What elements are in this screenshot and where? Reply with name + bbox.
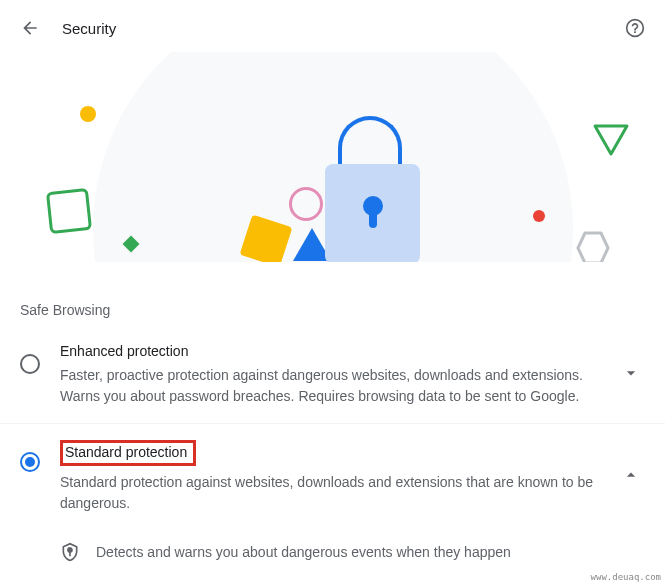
decoration-circle-icon <box>80 106 96 122</box>
section-heading: Safe Browsing <box>0 262 665 326</box>
option-enhanced-protection[interactable]: Enhanced protection Faster, proactive pr… <box>0 326 665 424</box>
option-title: Standard protection <box>60 440 196 466</box>
shield-icon <box>60 542 80 562</box>
detail-item: Detects and warns you about dangerous ev… <box>0 530 665 574</box>
svg-marker-3 <box>578 233 608 262</box>
watermark: www.deuaq.com <box>591 572 661 582</box>
option-description: Faster, proactive protection against dan… <box>60 365 609 407</box>
help-icon <box>625 18 645 38</box>
decoration-triangle-outline-icon <box>591 122 631 158</box>
collapse-button[interactable] <box>621 465 641 489</box>
decoration-ring-icon <box>289 187 323 221</box>
decoration-hexagon-icon <box>575 230 611 262</box>
svg-marker-2 <box>595 126 627 154</box>
arrow-left-icon <box>20 18 40 38</box>
decoration-dot-icon <box>533 210 545 222</box>
hero-illustration <box>0 52 665 262</box>
decoration-square-icon <box>46 188 92 234</box>
chevron-down-icon <box>621 363 641 383</box>
chevron-up-icon <box>621 465 641 485</box>
option-standard-protection[interactable]: Standard protection Standard protection … <box>0 424 665 530</box>
svg-rect-1 <box>369 208 377 228</box>
expand-button[interactable] <box>621 363 641 387</box>
page-title: Security <box>62 20 116 37</box>
option-title: Enhanced protection <box>60 343 188 359</box>
detail-text: Detects and warns you about dangerous ev… <box>96 544 511 560</box>
option-description: Standard protection against websites, do… <box>60 472 609 514</box>
radio-enhanced[interactable] <box>20 354 40 374</box>
back-button[interactable] <box>20 18 40 38</box>
help-button[interactable] <box>625 18 645 38</box>
radio-standard[interactable] <box>20 452 40 472</box>
lock-icon <box>325 164 420 262</box>
